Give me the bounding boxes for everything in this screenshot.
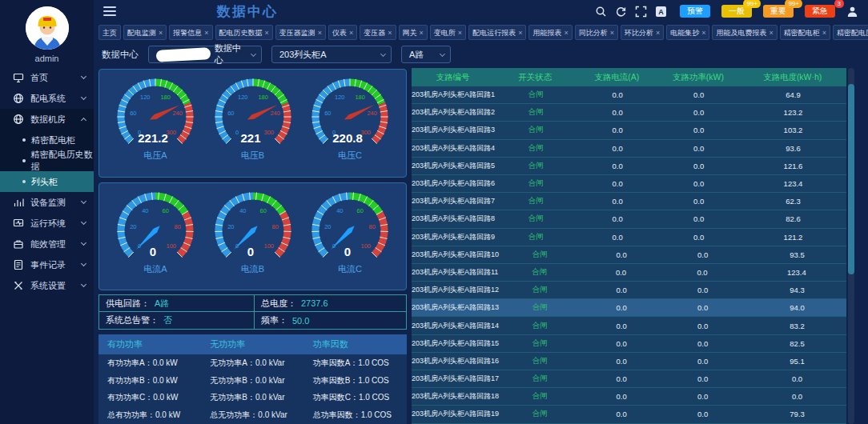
user-profile[interactable]: admin [0, 0, 94, 67]
svg-text:240: 240 [367, 110, 377, 117]
close-icon[interactable]: × [656, 26, 660, 40]
tab-用能报表[interactable]: 用能报表× [528, 25, 572, 40]
tab-变压器[interactable]: 变压器× [360, 25, 396, 40]
tab-用能及电费报表[interactable]: 用能及电费报表× [712, 25, 777, 40]
top-right-tools: A 预警一般99+重要99+紧急3 [595, 5, 858, 18]
branch-cell-name: 203机房A列头柜A路回路14 [412, 321, 499, 331]
svg-text:20: 20 [324, 223, 331, 230]
branch-cell-name: 203机房A列头柜A路回路1 [412, 90, 495, 100]
tab-仪表[interactable]: 仪表× [328, 25, 357, 40]
cabinet-select[interactable]: 203列头柜A [271, 46, 392, 63]
branch-cell-current: 0.0 [577, 214, 658, 223]
table-row[interactable]: 203机房A列头柜A路回路11合闸0.00.0123.4 [412, 264, 846, 282]
close-icon[interactable]: × [564, 26, 568, 40]
sidebar-subitem-精密配电历史数据[interactable]: 精密配电历史数据 [0, 150, 94, 171]
tab-label: 用能报表 [532, 26, 561, 40]
sidebar-item-配电系统[interactable]: 配电系统 [0, 88, 94, 109]
table-row[interactable]: 203机房A列头柜A路回路7合闸0.00.062.3 [412, 193, 846, 210]
sidebar-item-首页[interactable]: 首页 [0, 67, 94, 88]
tab-电能集抄[interactable]: 电能集抄× [666, 25, 709, 40]
gauge-label: 电流C [302, 263, 398, 275]
sidebar-subitem-列头柜[interactable]: 列头柜 [0, 171, 94, 192]
tab-变压器监测[interactable]: 变压器监测× [275, 25, 326, 40]
close-icon[interactable]: × [265, 26, 269, 40]
close-icon[interactable]: × [204, 26, 208, 40]
close-icon[interactable]: × [518, 26, 522, 40]
user-icon[interactable] [846, 6, 858, 18]
tab-网关[interactable]: 网关× [399, 25, 428, 40]
search-icon[interactable] [595, 6, 607, 18]
close-icon[interactable]: × [420, 26, 424, 40]
translate-icon[interactable]: A [655, 6, 667, 18]
tab-配电运行报表[interactable]: 配电运行报表× [468, 25, 526, 40]
close-icon[interactable]: × [458, 26, 462, 40]
close-icon[interactable]: × [159, 26, 163, 40]
table-row[interactable]: 203机房A列头柜A路回路8合闸0.00.082.6 [412, 210, 846, 228]
tab-同比分析[interactable]: 同比分析× [575, 25, 618, 40]
table-row[interactable]: 203机房A列头柜A路回路17合闸0.00.00.0 [412, 370, 846, 388]
branch-cell-current: 0.0 [581, 286, 662, 294]
tab-精密配电历史数据[interactable]: 精密配电历史数据× [833, 25, 868, 40]
table-row[interactable]: 203机房A列头柜A路回路6合闸0.00.0123.4 [412, 175, 846, 193]
branch-cell-status: 合闸 [499, 321, 581, 331]
sidebar-item-数据机房[interactable]: 数据机房 [0, 109, 94, 130]
sidebar-item-label: 设备监测 [30, 197, 82, 209]
alert-button-预警[interactable]: 预警 [680, 5, 710, 18]
table-row[interactable]: 203机房A列头柜A路回路2合闸0.00.0123.2 [412, 104, 846, 122]
table-row[interactable]: 203机房A列头柜A路回路12合闸0.00.094.3 [412, 282, 846, 299]
alert-button-紧急[interactable]: 紧急3 [805, 5, 835, 18]
table-row[interactable]: 203机房A列头柜A路回路14合闸0.00.083.2 [412, 317, 846, 334]
hamburger-menu-icon[interactable] [103, 4, 116, 18]
tab-环比分析[interactable]: 环比分析× [621, 25, 664, 40]
refresh-icon[interactable] [615, 6, 627, 18]
svg-text:0: 0 [150, 245, 156, 258]
branch-cell-power: 0.0 [662, 339, 743, 348]
power-cell: 功率因数B：1.0 COS [304, 375, 407, 386]
circuit-select[interactable]: A路 [401, 46, 451, 63]
close-icon[interactable]: × [388, 26, 392, 40]
alert-button-重要[interactable]: 重要99+ [763, 5, 794, 18]
tab-主页[interactable]: 主页 [98, 25, 121, 40]
gauge-chart: 0204060801000 [205, 187, 301, 262]
table-row[interactable]: 203机房A列头柜A路回路13合闸0.00.094.0 [412, 299, 846, 317]
close-icon[interactable]: × [318, 26, 322, 40]
scrollbar-thumb[interactable] [848, 84, 854, 274]
branch-cell-name: 203机房A列头柜A路回路17 [412, 374, 499, 384]
branch-cell-power: 0.0 [662, 410, 743, 418]
close-icon[interactable]: × [349, 26, 353, 40]
svg-text:80: 80 [369, 223, 376, 230]
close-icon[interactable]: × [822, 26, 826, 40]
table-row[interactable]: 203机房A列头柜A路回路1合闸0.00.064.9 [412, 86, 846, 104]
globe-icon [13, 93, 24, 104]
table-row[interactable]: 203机房A列头柜A路回路3合闸0.00.0103.2 [412, 122, 846, 139]
table-row[interactable]: 203机房A列头柜A路回路15合闸0.00.082.5 [412, 335, 846, 353]
tab-变电所[interactable]: 变电所× [430, 25, 466, 40]
fullscreen-icon[interactable] [635, 6, 647, 18]
table-row[interactable]: 203机房A列头柜A路回路4合闸0.00.093.6 [412, 140, 846, 158]
table-row[interactable]: 203机房A列头柜A路回路18合闸0.00.00.0 [412, 388, 846, 406]
tab-配电历史数据[interactable]: 配电历史数据× [215, 25, 273, 40]
sidebar-subitem-精密配电柜[interactable]: 精密配电柜 [0, 130, 94, 150]
tab-精密配电柜[interactable]: 精密配电柜× [780, 25, 830, 40]
table-row[interactable]: 203机房A列头柜A路回路9合闸0.00.0121.2 [412, 229, 846, 246]
power-cell: 功率因数C：1.0 COS [304, 392, 407, 403]
table-row[interactable]: 203机房A列头柜A路回路5合闸0.00.0121.6 [412, 158, 846, 175]
sidebar-item-能效管理[interactable]: 能效管理 [0, 234, 94, 254]
table-row[interactable]: 203机房A列头柜A路回路16合闸0.00.095.1 [412, 353, 846, 370]
table-row[interactable]: 203机房A列头柜A路回路19合闸0.00.079.3 [412, 406, 846, 423]
table-row[interactable]: 203机房A列头柜A路回路10合闸0.00.093.5 [412, 246, 846, 264]
tab-配电监测[interactable]: 配电监测× [123, 25, 167, 40]
sidebar-item-系统设置[interactable]: 系统设置 [0, 275, 94, 296]
datacenter-select[interactable]: 数据中心 [148, 46, 262, 63]
close-icon[interactable]: × [769, 26, 773, 40]
sidebar-item-运行环境[interactable]: 运行环境 [0, 213, 94, 234]
gauge-chart: 060120180240300220.8 [302, 74, 398, 149]
sidebar-item-事件记录[interactable]: 事件记录 [0, 254, 94, 275]
alert-button-一般[interactable]: 一般99+ [721, 5, 752, 18]
branch-cell-power: 0.0 [662, 268, 743, 277]
power-cell: 总无功功率：0.0 kVar [201, 410, 303, 421]
sidebar-item-设备监测[interactable]: 设备监测 [0, 192, 94, 213]
close-icon[interactable]: × [610, 26, 614, 40]
tab-报警信息[interactable]: 报警信息× [169, 25, 212, 40]
close-icon[interactable]: × [701, 26, 705, 40]
